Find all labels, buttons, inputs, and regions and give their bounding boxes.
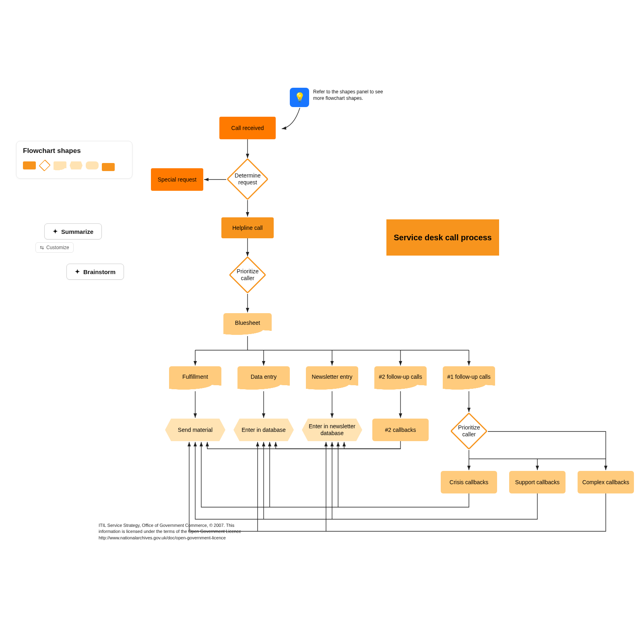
node-label: Call received bbox=[231, 125, 264, 132]
sparkle-icon: ✦ bbox=[75, 268, 80, 275]
summarize-label: Summarize bbox=[61, 228, 93, 235]
swatch-rounded[interactable] bbox=[86, 161, 99, 169]
node-label: Send material bbox=[178, 427, 213, 433]
brainstorm-label: Brainstorm bbox=[83, 268, 116, 275]
node-label: Crisis callbacks bbox=[450, 479, 488, 486]
node-fulfillment[interactable]: Fulfillment bbox=[169, 366, 221, 387]
node-label: #2 callbacks bbox=[385, 427, 416, 433]
shape-swatches bbox=[23, 160, 126, 171]
node-complex[interactable]: Complex callbacks bbox=[578, 471, 634, 493]
node-label: Determine request bbox=[235, 172, 261, 186]
tip-badge[interactable]: 💡 bbox=[290, 88, 309, 107]
node-enter-news-db[interactable]: Enter in newsletter database bbox=[302, 419, 362, 441]
node-label: Fulfillment bbox=[182, 374, 208, 380]
node-label: #2 follow-up calls bbox=[379, 374, 422, 380]
node-follow1[interactable]: #1 follow-up calls bbox=[443, 366, 495, 387]
shapes-panel[interactable]: Flowchart shapes bbox=[16, 141, 132, 179]
sparkle-icon: ✦ bbox=[53, 228, 58, 235]
node-label: Prioritize caller bbox=[458, 424, 480, 438]
node-prioritize-caller-1[interactable]: Prioritize caller bbox=[229, 256, 266, 293]
citation-text: ITIL Service Strategy, Office of Governm… bbox=[99, 522, 244, 541]
node-special-request[interactable]: Special request bbox=[151, 168, 203, 191]
swatch-preparation[interactable] bbox=[70, 161, 83, 169]
sliders-icon: ⇆ bbox=[40, 245, 44, 250]
node-label: Complex callbacks bbox=[582, 479, 630, 486]
node-label: Enter in database bbox=[242, 427, 286, 433]
node-label: #1 follow-up calls bbox=[447, 374, 490, 380]
node-label: Bluesheet bbox=[235, 320, 260, 326]
lightbulb-icon: 💡 bbox=[294, 92, 305, 103]
node-crisis[interactable]: Crisis callbacks bbox=[441, 471, 497, 493]
customize-button[interactable]: ⇆ Customize bbox=[35, 242, 74, 253]
node-bluesheet[interactable]: Bluesheet bbox=[223, 313, 272, 332]
node-data-entry[interactable]: Data entry bbox=[237, 366, 290, 387]
swatch-document[interactable] bbox=[54, 161, 66, 169]
tip-text: Refer to the shapes panel to see more fl… bbox=[313, 89, 394, 101]
node-label: Special request bbox=[158, 176, 197, 183]
node-cb2[interactable]: #2 callbacks bbox=[372, 419, 429, 441]
node-enter-db[interactable]: Enter in database bbox=[233, 419, 294, 441]
node-label: Helpline call bbox=[232, 225, 262, 231]
node-support[interactable]: Support callbacks bbox=[509, 471, 566, 493]
title-card-label: Service desk call process bbox=[394, 233, 492, 242]
summarize-button[interactable]: ✦ Summarize bbox=[44, 223, 102, 239]
node-label: Enter in newsletter database bbox=[303, 423, 361, 437]
node-send-material[interactable]: Send material bbox=[165, 419, 225, 441]
shapes-panel-title: Flowchart shapes bbox=[23, 147, 126, 155]
brainstorm-button[interactable]: ✦ Brainstorm bbox=[66, 264, 124, 280]
node-prioritize-caller-2[interactable]: Prioritize caller bbox=[450, 412, 487, 450]
node-label: Support callbacks bbox=[515, 479, 560, 486]
customize-label: Customize bbox=[46, 245, 69, 250]
node-determine-request[interactable]: Determine request bbox=[227, 158, 269, 200]
swatch-terminator[interactable] bbox=[102, 163, 115, 171]
node-helpline-call[interactable]: Helpline call bbox=[221, 217, 274, 238]
node-label: Data entry bbox=[251, 374, 277, 380]
node-newsletter-entry[interactable]: Newsletter entry bbox=[306, 366, 358, 387]
swatch-process[interactable] bbox=[23, 161, 36, 169]
node-label: Prioritize caller bbox=[237, 268, 258, 282]
node-label: Newsletter entry bbox=[312, 374, 352, 380]
node-follow2[interactable]: #2 follow-up calls bbox=[374, 366, 427, 387]
swatch-decision[interactable] bbox=[39, 159, 50, 171]
title-card[interactable]: Service desk call process bbox=[386, 219, 499, 256]
node-call-received[interactable]: Call received bbox=[219, 117, 276, 139]
